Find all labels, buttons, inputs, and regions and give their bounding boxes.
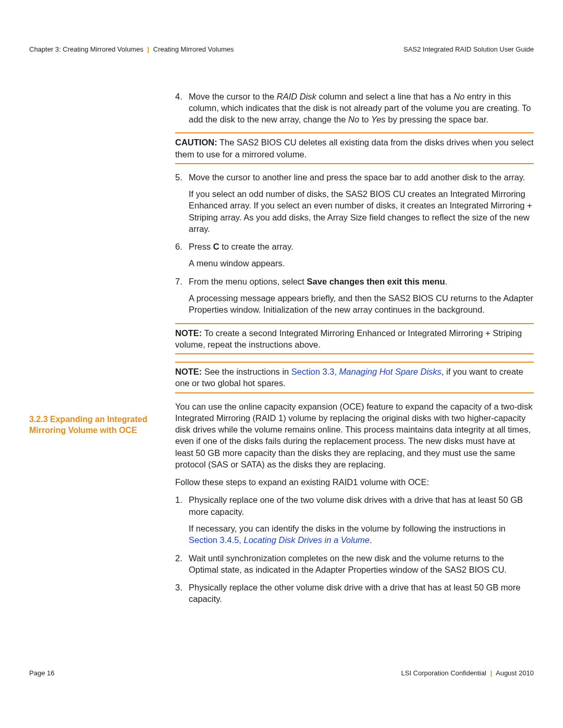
note-text: To create a second Integrated Mirroring … — [175, 328, 522, 349]
footer-confidential: LSI Corporation Confidential — [401, 669, 486, 677]
footer-separator: | — [488, 669, 494, 677]
header-chapter: Chapter 3: Creating Mirrored Volumes — [29, 45, 143, 53]
header-section: Creating Mirrored Volumes — [153, 45, 234, 53]
page: Chapter 3: Creating Mirrored Volumes | C… — [0, 0, 563, 709]
oce-step-2: 2. Wait until synchronization completes … — [175, 552, 534, 576]
step-subtext: A menu window appears. — [189, 257, 534, 269]
step-text: Move the cursor to the RAID Disk column … — [189, 92, 531, 125]
oce-procedure-list: 1. Physically replace one of the two vol… — [175, 494, 534, 604]
sidebar: 3.2.3 Expanding an Integrated Mirroring … — [29, 91, 175, 611]
footer-page: Page 16 — [29, 669, 54, 678]
step-subtext: If necessary, you can identify the disks… — [189, 523, 534, 546]
step-text: Move the cursor to another line and pres… — [189, 172, 525, 182]
oce-step-1: 1. Physically replace one of the two vol… — [175, 494, 534, 546]
step-text: From the menu options, select Save chang… — [189, 277, 447, 286]
link-section-3-3[interactable]: Section 3.3, Managing Hot Spare Disks — [291, 367, 442, 376]
step-7: 7. From the menu options, select Save ch… — [175, 276, 534, 316]
step-number: 2. — [175, 552, 182, 564]
sidebar-spacer — [29, 91, 175, 414]
step-number: 4. — [175, 91, 182, 102]
step-6: 6. Press C to create the array. A menu w… — [175, 241, 534, 269]
caution-label: CAUTION: — [175, 138, 217, 147]
step-subtext: If you select an odd number of disks, th… — [189, 188, 534, 235]
main-column: 4. Move the cursor to the RAID Disk colu… — [175, 91, 534, 611]
link-section-3-4-5[interactable]: Section 3.4.5, Locating Disk Drives in a… — [189, 535, 370, 545]
step-number: 7. — [175, 276, 182, 287]
step-number: 3. — [175, 582, 182, 593]
oce-lead-in: Follow these steps to expand an existing… — [175, 476, 534, 488]
header-left: Chapter 3: Creating Mirrored Volumes | C… — [29, 45, 234, 54]
content-columns: 3.2.3 Expanding an Integrated Mirroring … — [29, 91, 534, 611]
running-header: Chapter 3: Creating Mirrored Volumes | C… — [29, 45, 534, 54]
step-5: 5. Move the cursor to another line and p… — [175, 171, 534, 235]
note-text: See the instructions in Section 3.3, Man… — [175, 367, 523, 388]
note-box-1: NOTE: To create a second Integrated Mirr… — [175, 323, 534, 355]
step-number: 5. — [175, 171, 182, 183]
step-4: 4. Move the cursor to the RAID Disk colu… — [175, 91, 534, 126]
step-number: 6. — [175, 241, 182, 252]
step-text: Press C to create the array. — [189, 242, 293, 251]
note-box-2: NOTE: See the instructions in Section 3.… — [175, 362, 534, 393]
step-text: Wait until synchronization completes on … — [189, 553, 507, 574]
procedure-list-continued: 4. Move the cursor to the RAID Disk colu… — [175, 91, 534, 126]
caution-box: CAUTION: The SAS2 BIOS CU deletes all ex… — [175, 132, 534, 164]
step-number: 1. — [175, 494, 182, 505]
oce-step-3: 3. Physically replace the other volume d… — [175, 582, 534, 605]
footer-right: LSI Corporation Confidential | August 20… — [401, 669, 534, 678]
header-doc-title: SAS2 Integrated RAID Solution User Guide — [403, 45, 534, 54]
step-text: Physically replace the other volume disk… — [189, 583, 520, 603]
step-text: Physically replace one of the two volume… — [189, 495, 523, 516]
header-separator: | — [145, 45, 152, 53]
note-label: NOTE: — [175, 328, 202, 338]
step-subtext: A processing message appears briefly, an… — [189, 292, 534, 316]
note-label: NOTE: — [175, 367, 202, 376]
footer-date: August 2010 — [496, 669, 534, 677]
running-footer: Page 16 LSI Corporation Confidential | A… — [29, 669, 534, 678]
caution-text: The SAS2 BIOS CU deletes all existing da… — [175, 138, 533, 158]
oce-intro-paragraph: You can use the online capacity expansio… — [175, 401, 534, 471]
procedure-list-continued-2: 5. Move the cursor to another line and p… — [175, 171, 534, 316]
section-number-title: 3.2.3 Expanding an Integrated Mirroring … — [29, 414, 175, 436]
